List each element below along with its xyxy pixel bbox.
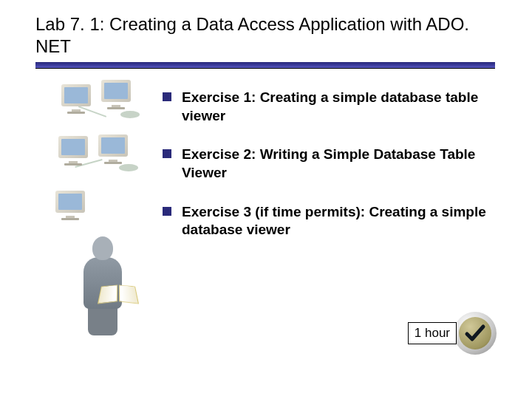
time-badge: 1 hour	[408, 312, 497, 355]
content-area: Exercise 1: Creating a simple database t…	[0, 68, 532, 386]
computer-icon	[101, 80, 134, 109]
list-item: Exercise 1: Creating a simple database t…	[163, 89, 488, 125]
bullet-text: Exercise 3 (if time permits): Creating a…	[182, 203, 488, 239]
computer-icon	[58, 136, 91, 166]
bullet-text: Exercise 1: Creating a simple database t…	[182, 89, 488, 125]
computer-icon	[61, 84, 94, 114]
sidebar-illustration	[55, 75, 151, 341]
server-disk-icon	[119, 164, 138, 171]
bullet-square-icon	[163, 149, 171, 158]
list-item: Exercise 3 (if time permits): Creating a…	[163, 203, 488, 239]
person-reading-icon	[70, 236, 137, 340]
bullet-square-icon	[163, 207, 171, 216]
time-label: 1 hour	[408, 322, 457, 344]
title-underline	[35, 62, 495, 68]
slide-title: Lab 7. 1: Creating a Data Access Applica…	[0, 0, 473, 62]
server-disk-icon	[120, 111, 140, 118]
bullet-list: Exercise 1: Creating a simple database t…	[163, 89, 488, 260]
bullet-text: Exercise 2: Writing a Simple Database Ta…	[182, 146, 488, 182]
computer-icon	[98, 134, 131, 164]
list-item: Exercise 2: Writing a Simple Database Ta…	[163, 146, 488, 182]
computer-icon	[55, 191, 88, 220]
bullet-square-icon	[163, 92, 171, 101]
clock-check-icon	[454, 312, 497, 355]
